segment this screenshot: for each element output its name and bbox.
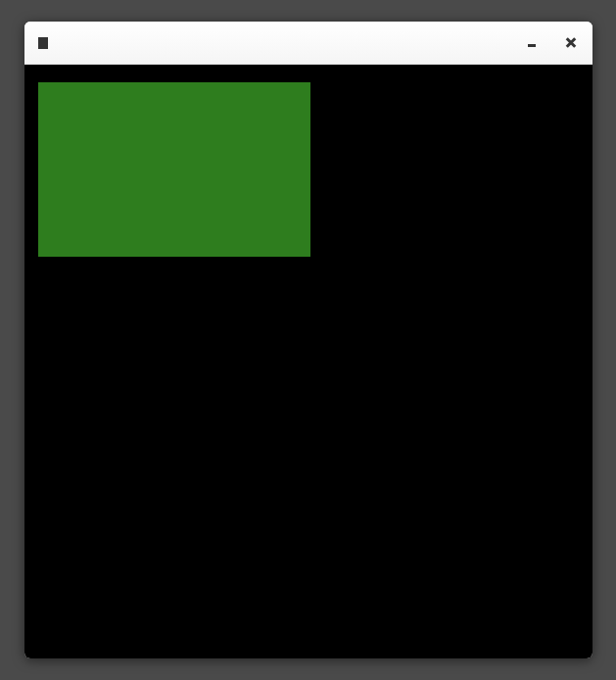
minimize-icon xyxy=(528,44,536,47)
title-bar[interactable] xyxy=(24,22,592,65)
window-controls xyxy=(524,35,579,51)
rectangle-shape xyxy=(38,82,310,257)
minimize-button[interactable] xyxy=(524,35,540,51)
close-button[interactable] xyxy=(563,35,579,51)
canvas-area[interactable] xyxy=(24,65,592,658)
title-bar-left xyxy=(38,37,56,49)
close-icon xyxy=(565,37,577,49)
app-icon xyxy=(38,37,48,49)
application-window xyxy=(24,22,592,658)
